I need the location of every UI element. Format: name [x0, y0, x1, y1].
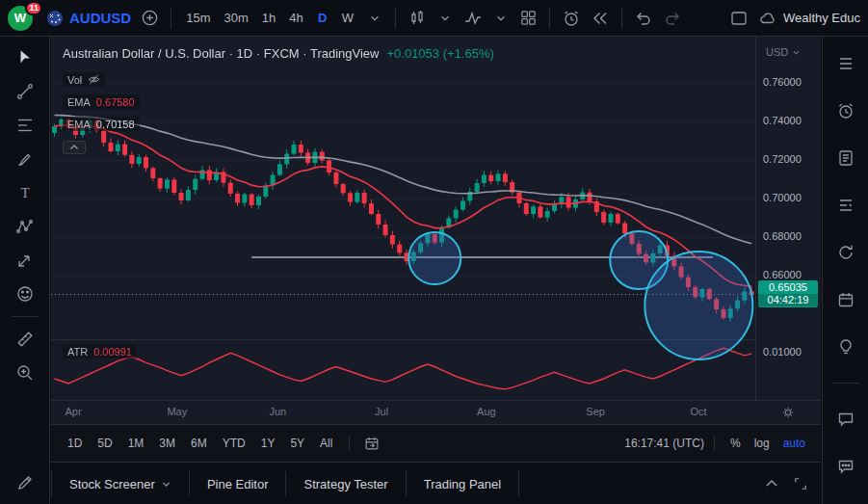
month-label: Sep — [586, 406, 605, 417]
hotlists-button[interactable] — [829, 190, 863, 221]
grid-icon — [519, 9, 538, 27]
ema-fast-legend-row[interactable]: EMA 0.67580 — [63, 94, 140, 109]
tab-strategy-tester[interactable]: Strategy Tester — [286, 471, 406, 496]
atr-legend-row[interactable]: ATR 0.00991 — [63, 344, 137, 358]
fullscreen-rect-icon — [729, 10, 749, 27]
time-axis[interactable]: AprMayJunJulAugSepOct — [51, 400, 821, 424]
trend-line-tool-button[interactable] — [8, 76, 42, 107]
timeframe-button-1h[interactable]: 1h — [255, 5, 282, 32]
indicators-icon — [463, 9, 483, 28]
log-scale-button[interactable]: log — [749, 433, 776, 454]
timeframe-button-4h[interactable]: 4h — [282, 5, 309, 32]
logo[interactable]: W 11 — [8, 4, 40, 33]
go-to-date-button[interactable] — [359, 430, 384, 457]
svg-text:T: T — [20, 185, 29, 200]
alarm-clock-icon — [836, 101, 855, 120]
notification-badge[interactable]: 11 — [25, 1, 42, 15]
go-to-date-icon — [363, 435, 381, 452]
alerts-button[interactable] — [829, 95, 863, 126]
volume-legend-row[interactable]: Vol — [63, 72, 105, 87]
account-name[interactable]: Wealthy Educ — [783, 11, 860, 25]
toolbar-separator — [549, 8, 550, 29]
range-button-All[interactable]: All — [313, 433, 339, 454]
pattern-tool-button[interactable] — [8, 211, 42, 242]
news-button[interactable] — [829, 143, 863, 173]
price-scale[interactable]: USD 0.760000.740000.720000.700000.680000… — [755, 37, 821, 424]
text-tool-button[interactable]: T — [8, 177, 42, 208]
refresh-button[interactable] — [829, 237, 863, 268]
atr-label: ATR — [67, 346, 88, 358]
bar-replay-button[interactable] — [587, 5, 614, 32]
forecast-tool-button[interactable] — [8, 245, 42, 276]
chart-title[interactable]: Australian Dollar / U.S. Dollar · 1D · F… — [63, 46, 379, 61]
range-button-1M[interactable]: 1M — [121, 433, 151, 454]
price-tick: 0.68000 — [763, 230, 802, 242]
show-drawings-button[interactable] — [8, 467, 42, 498]
range-button-3M[interactable]: 3M — [152, 433, 182, 454]
undo-button[interactable] — [630, 5, 657, 32]
timeframe-button-15m[interactable]: 15m — [179, 5, 217, 32]
create-alert-button[interactable] — [558, 5, 585, 32]
ema-slow-label: EMA — [67, 119, 91, 130]
tab-label: Strategy Tester — [303, 477, 387, 491]
toolbar-separator — [621, 8, 622, 29]
timeframe-button-D[interactable]: D — [310, 5, 335, 32]
ideas-button[interactable] — [829, 332, 863, 362]
tab-pine-editor[interactable]: Pine Editor — [190, 471, 287, 496]
range-button-1Y[interactable]: 1Y — [254, 433, 282, 454]
panel-expand-button[interactable] — [765, 478, 778, 490]
range-button-5D[interactable]: 5D — [91, 433, 118, 454]
candles-icon — [408, 9, 427, 28]
ema-slow-legend-row[interactable]: EMA 0.70158 — [63, 117, 140, 131]
fullscreen-button[interactable] — [725, 5, 752, 32]
legend-collapse-button[interactable] — [63, 141, 86, 154]
chevron-down-icon — [369, 13, 381, 24]
range-button-5Y[interactable]: 5Y — [283, 433, 311, 454]
chart-type-dropdown-button[interactable] — [433, 5, 458, 32]
forecast-icon — [15, 251, 35, 270]
support-button[interactable] — [829, 451, 863, 482]
zoom-in-icon — [15, 363, 35, 383]
indicators-dropdown-button[interactable] — [488, 5, 513, 32]
chart-settings-button[interactable] — [780, 405, 796, 420]
emoji-icon — [15, 284, 35, 304]
widget-toolbar — [822, 37, 868, 504]
tab-stock-screener[interactable]: Stock Screener — [51, 471, 190, 496]
eye-hidden-icon[interactable] — [88, 74, 100, 85]
timeframe-dropdown-button[interactable] — [362, 5, 387, 32]
tab-trading-panel[interactable]: Trading Panel — [407, 471, 519, 496]
percent-scale-button[interactable]: % — [724, 433, 747, 454]
watchlist-button[interactable] — [829, 48, 863, 79]
zoom-tool-button[interactable] — [8, 358, 42, 388]
range-button-1D[interactable]: 1D — [61, 433, 89, 454]
indicators-button[interactable] — [460, 5, 487, 32]
fib-tool-button[interactable] — [8, 110, 42, 141]
chart-type-button[interactable] — [404, 5, 431, 32]
redo-button[interactable] — [659, 5, 686, 32]
last-price-value: 0.65035 — [769, 281, 807, 293]
panel-maximize-button[interactable] — [794, 477, 807, 491]
price-change: +0.01053 (+1.65%) — [386, 46, 493, 61]
chat-button[interactable] — [829, 404, 863, 435]
symbol-name[interactable]: AUDUSD — [69, 10, 131, 26]
auto-scale-button[interactable]: auto — [777, 433, 811, 454]
emoji-tool-button[interactable] — [8, 279, 42, 309]
range-button-YTD[interactable]: YTD — [216, 433, 252, 454]
range-button-6M[interactable]: 6M — [184, 433, 214, 454]
clock-label[interactable]: 16:17:41 (UTC) — [624, 437, 704, 450]
currency-selector[interactable]: USD — [766, 46, 801, 58]
layout-grid-button[interactable] — [515, 5, 541, 32]
rail-divider — [832, 383, 859, 384]
replay-icon — [591, 9, 610, 28]
cursor-tool-button[interactable] — [8, 42, 42, 73]
alert-clock-icon — [562, 9, 581, 28]
timeframe-button-W[interactable]: W — [335, 5, 360, 32]
brush-tool-button[interactable] — [8, 144, 42, 174]
price-tick: 0.76000 — [763, 76, 802, 88]
measure-tool-button[interactable] — [8, 324, 42, 355]
calendar-button[interactable] — [829, 284, 863, 315]
add-symbol-button[interactable] — [137, 5, 163, 32]
timeframe-button-30m[interactable]: 30m — [217, 5, 254, 32]
chart-region: Australian Dollar / U.S. Dollar · 1D · F… — [51, 37, 821, 424]
trend-line-icon — [15, 82, 35, 101]
